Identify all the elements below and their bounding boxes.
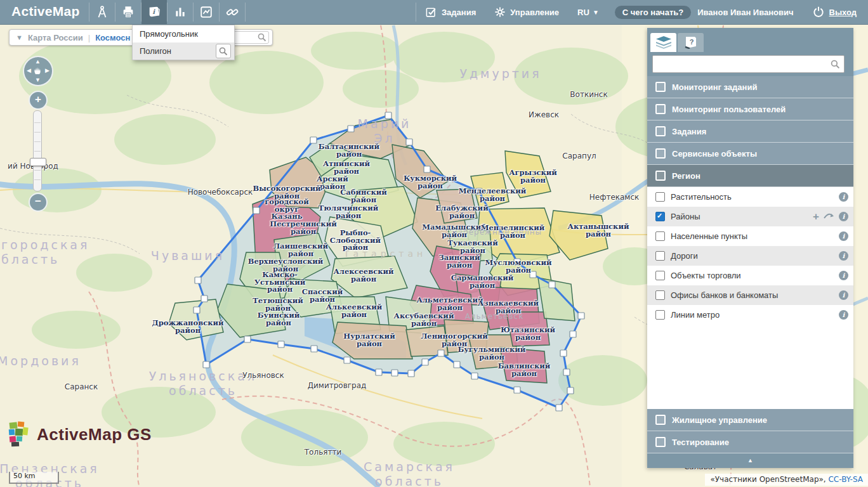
layer-group-row[interactable]: Задания [647,120,853,143]
chevron-down-icon[interactable]: ▼ [16,34,23,41]
polygon-vertex-handle[interactable] [563,369,570,375]
layer-info-icon[interactable]: i [839,231,848,241]
attribution-license-link[interactable]: CC-BY-SA [828,475,863,484]
menu-item-polygon[interactable]: Полигон [133,42,234,60]
polygon-vertex-handle[interactable] [310,137,317,143]
layer-row[interactable]: Районы+i [647,207,853,226]
group-checkbox[interactable] [655,171,666,181]
logout-button[interactable]: Выход [803,0,868,24]
polygon-vertex-handle[interactable] [203,361,209,368]
polygon-vertex-handle[interactable] [194,307,200,313]
layer-info-icon[interactable]: i [839,310,848,320]
polygon-vertex-handle[interactable] [406,139,412,145]
reports-button[interactable] [194,0,219,24]
group-checkbox[interactable] [655,148,666,159]
edit-arrow-icon[interactable] [824,212,834,221]
pan-right-icon[interactable]: ▶ [45,68,49,74]
polygon-vertex-handle[interactable] [514,387,520,393]
tab-layers[interactable] [650,33,676,52]
info-tool-button[interactable]: i [141,0,167,24]
polygon-vertex-handle[interactable] [514,259,520,265]
group-checkbox[interactable] [655,82,666,92]
layer-row[interactable]: Линии метроi [647,305,853,325]
tasks-button[interactable]: Задания [416,0,485,24]
polygon-vertex-handle[interactable] [471,373,478,379]
zoom-in-button[interactable]: + [29,91,48,110]
polygon-vertex-handle[interactable] [408,370,414,377]
layer-info-icon[interactable]: i [839,251,848,261]
layer-checkbox[interactable] [655,231,665,241]
polygon-vertex-handle[interactable] [344,357,350,363]
group-checkbox[interactable] [655,126,666,136]
layer-info-icon[interactable]: i [839,271,848,280]
layer-checkbox[interactable] [655,271,665,280]
layer-checkbox[interactable] [655,212,665,221]
polygon-vertex-handle[interactable] [570,331,576,337]
group-checkbox[interactable] [655,104,666,114]
layer-group-region[interactable]: Регион [647,165,853,187]
polygon-vertex-handle[interactable] [195,277,201,283]
layer-info-icon[interactable]: i [839,192,848,202]
layer-group-row[interactable]: Мониторинг пользователей [647,98,853,120]
layer-row[interactable]: Населенные пунктыi [647,226,853,246]
layer-row[interactable]: Дорогиi [647,246,853,266]
zoom-out-button[interactable]: − [29,193,48,212]
polygon-vertex-handle[interactable] [422,359,428,365]
polygon-vertex-handle[interactable] [311,346,317,352]
basemap-option-satellite[interactable]: Космосн [95,33,130,42]
pan-down-icon[interactable]: ▼ [35,77,41,83]
measure-tool-button[interactable] [89,0,115,24]
layer-group-row[interactable]: Тестирование [647,431,853,453]
pan-up-icon[interactable]: ▲ [35,59,41,65]
polygon-vertex-handle[interactable] [578,313,584,319]
tab-help[interactable]: ? [678,33,704,52]
management-button[interactable]: Управление [485,0,568,24]
add-icon[interactable]: + [813,212,819,221]
polygon-vertex-handle[interactable] [438,350,444,356]
zoom-slider[interactable] [33,110,42,192]
polygon-vertex-handle[interactable] [348,126,354,132]
menu-item-rectangle[interactable]: Прямоугольник [133,25,234,42]
polygon-vertex-handle[interactable] [530,271,536,278]
polygon-vertex-handle[interactable] [278,341,284,347]
getting-started-button[interactable]: С чего начать? [615,6,691,19]
polygon-vertex-handle[interactable] [549,282,555,288]
layer-group-row[interactable]: Сервисные объекты [647,143,853,165]
group-checkbox[interactable] [655,437,666,447]
polygon-vertex-handle[interactable] [244,336,251,342]
layer-checkbox[interactable] [655,251,665,261]
polygon-vertex-handle[interactable] [560,350,567,356]
group-checkbox[interactable] [655,415,666,425]
polygon-vertex-handle[interactable] [424,166,430,172]
polygon-vertex-handle[interactable] [476,188,482,195]
language-selector[interactable]: RU ▼ [569,0,608,24]
zoom-slider-handle[interactable] [30,158,46,166]
basemap-option-russia[interactable]: Карта России [28,33,83,42]
polygon-search-button[interactable] [216,44,231,58]
layer-checkbox[interactable] [655,310,665,320]
layer-info-icon[interactable]: i [839,212,848,221]
pan-control[interactable]: ▲ ▼ ◀ ▶ [23,56,53,86]
layer-checkbox[interactable] [655,192,665,202]
polygon-vertex-handle[interactable] [201,295,207,302]
layer-row[interactable]: Растительностьi [647,187,853,207]
layer-group-row[interactable]: Жилищное управление [647,409,853,431]
layer-info-icon[interactable]: i [839,290,848,300]
statistics-button[interactable] [168,0,193,24]
polygon-vertex-handle[interactable] [556,405,562,411]
brand-logo[interactable]: ActiveMap [0,0,89,24]
layer-group-row[interactable]: Мониторинг заданий [647,76,853,98]
sidebar-collapse-button[interactable]: ▲ [647,453,853,468]
pan-left-icon[interactable]: ◀ [27,68,31,74]
polygon-vertex-handle[interactable] [376,369,382,375]
polygon-vertex-handle[interactable] [391,370,398,376]
layer-search-input[interactable] [653,57,831,71]
layer-search-box[interactable] [652,55,845,73]
layer-row[interactable]: Объекты торговлиi [647,266,853,285]
polygon-vertex-handle[interactable] [454,361,460,368]
layer-checkbox[interactable] [655,290,665,300]
polygon-vertex-handle[interactable] [567,387,574,394]
print-button[interactable] [115,0,141,24]
share-link-button[interactable] [220,0,245,24]
polygon-vertex-handle[interactable] [385,112,391,119]
